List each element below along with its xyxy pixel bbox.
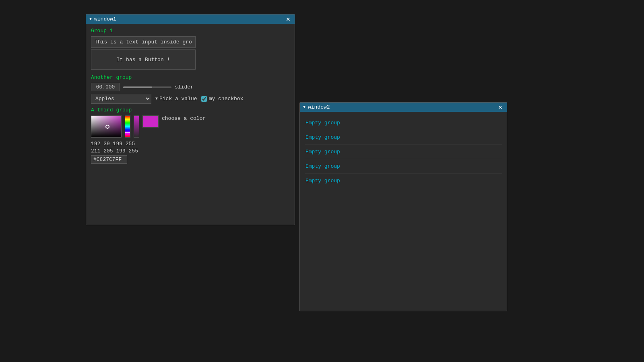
group1-text-input[interactable] [91, 36, 196, 48]
window2-titlebar[interactable]: ▼ window2 ✕ [300, 103, 507, 112]
third-group: A third group choose a color 192 39 199 … [91, 107, 290, 164]
window1-titlebar[interactable]: ▼ window1 ✕ [86, 14, 295, 24]
alpha-strip[interactable] [134, 115, 139, 138]
window1-collapse-arrow[interactable]: ▼ [89, 17, 92, 21]
hue-marker [125, 132, 130, 133]
empty-group-item-4[interactable]: Empty group [305, 159, 502, 174]
hex-input[interactable] [91, 155, 127, 164]
checkbox-text: my checkbox [209, 96, 244, 102]
window1: ▼ window1 ✕ Group 1 It has a Button ! An… [86, 14, 295, 225]
window2-content: Empty groupEmpty groupEmpty groupEmpty g… [300, 112, 507, 192]
window2-collapse-arrow[interactable]: ▼ [303, 105, 305, 109]
window2-close-button[interactable]: ✕ [497, 105, 504, 110]
group1-button-container: It has a Button ! [91, 49, 196, 70]
slider-fill [123, 86, 152, 88]
window1-content: Group 1 It has a Button ! Another group … [86, 24, 295, 168]
window1-title-left: ▼ window1 [89, 16, 116, 22]
window2-title-left: ▼ window2 [303, 104, 330, 110]
choose-color-label: choose a color [162, 115, 206, 121]
combo-arrow-icon: ▼ [155, 97, 158, 101]
color-picker-cursor [105, 125, 109, 129]
group1-button[interactable]: It has a Button ! [117, 57, 170, 63]
slider-row: slider [91, 83, 290, 91]
empty-group-item-5[interactable]: Empty group [305, 174, 502, 188]
color-gradient-picker[interactable] [91, 115, 122, 138]
another-group: Another group slider Apples Oranges Bana… [91, 74, 290, 104]
empty-group-item-1[interactable]: Empty group [305, 116, 502, 130]
another-group-label: Another group [91, 74, 290, 80]
apples-dropdown[interactable]: Apples Oranges Bananas [91, 94, 151, 104]
window2-title-text: window2 [308, 104, 330, 110]
slider-number-input[interactable] [91, 83, 120, 91]
window1-title-text: window1 [94, 16, 116, 22]
color-preview [142, 115, 159, 128]
slider-track[interactable] [123, 86, 171, 88]
combo-label[interactable]: ▼ Pick a value [155, 96, 197, 102]
empty-group-item-3[interactable]: Empty group [305, 145, 502, 159]
rgba-values-2: 211 205 199 255 [91, 148, 290, 154]
checkbox-label[interactable]: my checkbox [201, 96, 244, 102]
color-picker-row: choose a color [91, 115, 290, 138]
third-group-label: A third group [91, 107, 290, 113]
combo-label-text: Pick a value [159, 96, 197, 102]
rgba-values-1: 192 39 199 255 [91, 141, 290, 147]
dropdown-row: Apples Oranges Bananas ▼ Pick a value my… [91, 94, 290, 104]
slider-label: slider [175, 84, 194, 90]
group1-label: Group 1 [91, 28, 290, 34]
my-checkbox[interactable] [201, 96, 207, 102]
empty-group-item-2[interactable]: Empty group [305, 130, 502, 145]
hue-strip[interactable] [125, 115, 130, 138]
window2: ▼ window2 ✕ Empty groupEmpty groupEmpty … [299, 102, 507, 311]
window1-close-button[interactable]: ✕ [285, 16, 291, 22]
